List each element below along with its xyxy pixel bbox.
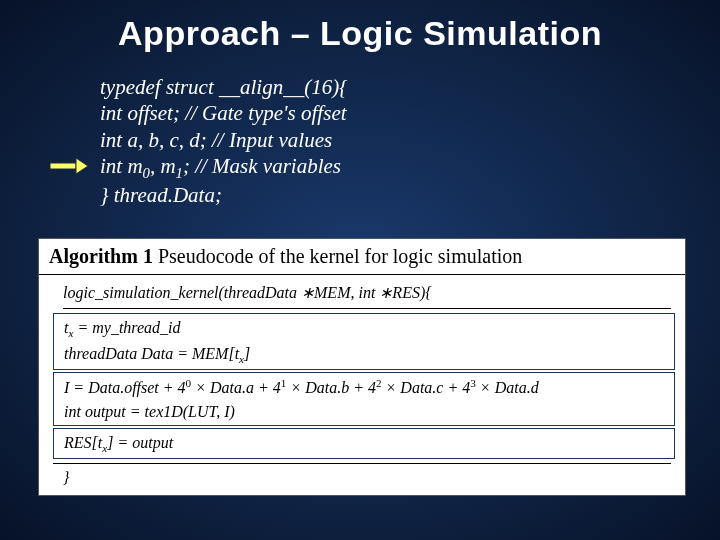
slide-title: Approach – Logic Simulation bbox=[0, 0, 720, 53]
algo-line: int output = tex1D(LUT, I) bbox=[64, 400, 664, 423]
algo-highlight-group-1: tx = my_thread_id threadData Data = MEM[… bbox=[53, 313, 675, 370]
algorithm-caption: Algorithm 1 Pseudocode of the kernel for… bbox=[39, 239, 685, 275]
algo-close: } bbox=[53, 463, 671, 489]
algo-highlight-group-3: RES[tx] = output bbox=[53, 428, 675, 459]
algo-signature: logic_simulation_kernel(threadData ∗MEM,… bbox=[63, 281, 671, 309]
algo-line: tx = my_thread_id bbox=[64, 316, 664, 341]
struct-line: } thread.Data; bbox=[100, 182, 348, 208]
algo-line: threadData Data = MEM[tx] bbox=[64, 342, 664, 367]
algo-highlight-group-2: I = Data.offset + 40 × Data.a + 41 × Dat… bbox=[53, 372, 675, 426]
struct-line: int m0, m1; // Mask variables bbox=[100, 153, 348, 183]
struct-line: typedef struct __align__(16){ bbox=[100, 74, 348, 100]
algorithm-box: Algorithm 1 Pseudocode of the kernel for… bbox=[38, 238, 686, 496]
struct-line: int offset; // Gate type's offset bbox=[100, 100, 348, 126]
algo-line: I = Data.offset + 40 × Data.a + 41 × Dat… bbox=[64, 375, 664, 400]
svg-marker-1 bbox=[76, 158, 88, 174]
algorithm-body: logic_simulation_kernel(threadData ∗MEM,… bbox=[39, 275, 685, 495]
arrow-right-icon bbox=[50, 158, 88, 174]
struct-definition: typedef struct __align__(16){ int offset… bbox=[100, 74, 348, 209]
svg-rect-0 bbox=[50, 163, 76, 169]
algo-line: RES[tx] = output bbox=[64, 431, 664, 456]
struct-line: int a, b, c, d; // Input values bbox=[100, 127, 348, 153]
